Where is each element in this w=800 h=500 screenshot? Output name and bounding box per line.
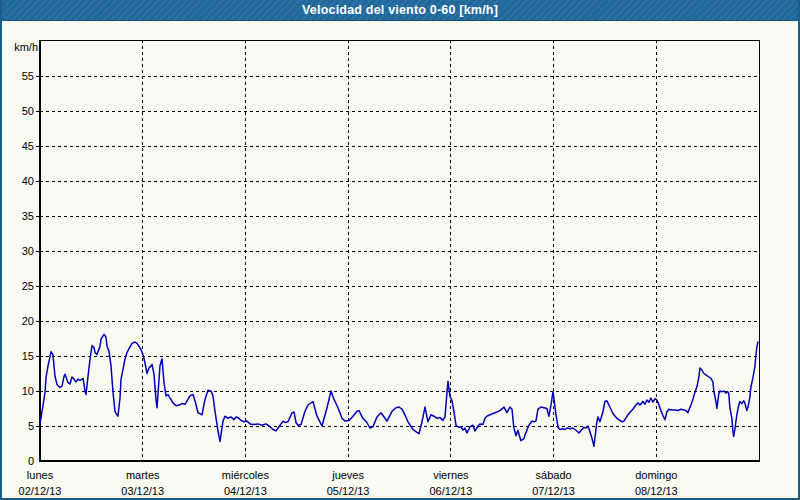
y-tick-label: 10 [22, 385, 34, 397]
chart-title: Velocidad del viento 0-60 [km/h] [302, 3, 498, 17]
x-axis-day-label: viernes [433, 469, 469, 481]
chart-area: 0510152025303540455055km/hlunes02/12/13m… [2, 21, 798, 498]
y-tick-label: 40 [22, 175, 34, 187]
x-axis-date-label: 06/12/13 [429, 485, 472, 497]
x-axis-date-label: 08/12/13 [635, 485, 678, 497]
x-axis-day-label: martes [126, 469, 160, 481]
y-tick-label: 20 [22, 315, 34, 327]
x-axis-date-label: 04/12/13 [224, 485, 267, 497]
x-axis-date-label: 05/12/13 [327, 485, 370, 497]
y-tick-label: 5 [28, 420, 34, 432]
x-axis-day-label: jueves [331, 469, 364, 481]
y-tick-label: 55 [22, 70, 34, 82]
x-axis-day-label: sábado [536, 469, 572, 481]
x-axis-date-label: 02/12/13 [19, 485, 62, 497]
y-tick-label: 0 [28, 455, 34, 467]
x-axis-day-label: miércoles [222, 469, 270, 481]
y-tick-label: 25 [22, 280, 34, 292]
y-tick-label: 30 [22, 245, 34, 257]
chart-title-bar: Velocidad del viento 0-60 [km/h] [2, 0, 798, 21]
y-tick-label: 15 [22, 350, 34, 362]
y-axis-unit-label: km/h [14, 41, 38, 53]
wind-speed-line [40, 334, 758, 446]
wind-speed-chart: 0510152025303540455055km/hlunes02/12/13m… [2, 21, 798, 498]
y-tick-label: 35 [22, 210, 34, 222]
chart-window: Velocidad del viento 0-60 [km/h] 0510152… [0, 0, 800, 500]
y-tick-label: 50 [22, 105, 34, 117]
x-axis-date-label: 03/12/13 [121, 485, 164, 497]
x-axis-date-label: 07/12/13 [532, 485, 575, 497]
x-axis-day-label: lunes [27, 469, 54, 481]
x-axis-day-label: domingo [635, 469, 677, 481]
y-tick-label: 45 [22, 140, 34, 152]
